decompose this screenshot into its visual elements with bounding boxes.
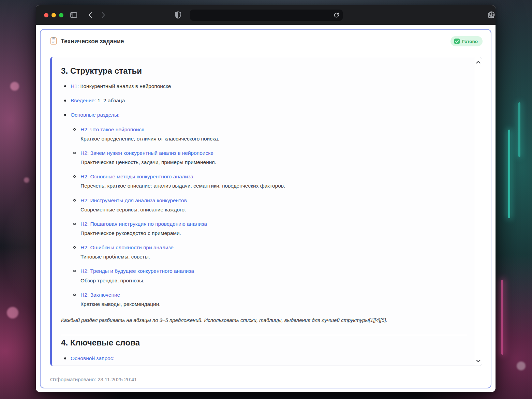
- divider: [61, 335, 467, 335]
- h2-heading: H2: Инструменты для анализа конкурентов: [80, 197, 467, 204]
- scroll-down-icon[interactable]: [476, 358, 481, 364]
- bullet-dot: [64, 114, 66, 116]
- h2-heading: H2: Основные методы конкурентного анализ…: [80, 173, 467, 180]
- h2-description: Типовые проблемы, советы.: [80, 253, 467, 260]
- browser-window: Техническое задание Готово 3. Структура …: [36, 5, 496, 392]
- list-item-label: Введение:: [71, 98, 96, 103]
- h2-description: Перечень, краткое описание: анализ выдач…: [80, 182, 467, 189]
- document-content: 3. Структура статьи H1: Конкурентный ана…: [52, 57, 474, 366]
- list-item: Основные разделы:: [61, 112, 467, 119]
- bullet-dot: [64, 85, 66, 87]
- sub-list-item: H2: Инструменты для анализа конкурентов …: [71, 197, 467, 213]
- list-item-text: 1–2 абзаца: [98, 98, 125, 103]
- background-bokeh: [7, 307, 18, 319]
- bullet-circle: [73, 152, 76, 154]
- background-bokeh: [10, 82, 19, 91]
- bullet-circle: [73, 199, 76, 202]
- document-body-panel: 3. Структура статьи H1: Конкурентный ана…: [50, 57, 482, 366]
- window-controls: [44, 13, 63, 17]
- h2-heading: H2: Пошаговая инструкция по проведению а…: [80, 221, 467, 227]
- list-item-label: Основной запрос:: [71, 355, 115, 361]
- sub-list-item: H2: Пошаговая инструкция по проведению а…: [71, 221, 467, 237]
- section-3-title: 3. Структура статьи: [61, 66, 467, 76]
- sub-list-item: H2: Что такое нейропоиск Краткое определ…: [71, 126, 467, 142]
- list-item-label: H1:: [71, 83, 79, 89]
- section-3-sublist: H2: Что такое нейропоиск Краткое определ…: [71, 126, 467, 308]
- bullet-dot: [64, 100, 66, 102]
- h2-heading: H2: Ошибки и сложности при анализе: [80, 244, 467, 251]
- h2-description: Практическая ценность, задачи, примеры п…: [80, 159, 467, 166]
- bullet-circle: [73, 270, 76, 272]
- sidebar-icon[interactable]: [70, 11, 77, 19]
- bullet-circle: [73, 294, 76, 296]
- shield-icon[interactable]: [174, 11, 182, 19]
- document-header: Техническое задание Готово: [41, 30, 491, 53]
- status-badge: Готово: [450, 36, 483, 46]
- background-neon-bar: [518, 102, 520, 157]
- list-item: Введение: 1–2 абзаца: [61, 97, 467, 104]
- note-italic: Каждый раздел разбивать на абзацы по 3–5…: [61, 316, 467, 324]
- formatted-timestamp: Отформатировано: 23.11.2025 20:41: [50, 376, 137, 382]
- browser-titlebar: [36, 5, 496, 25]
- h2-heading: H2: Заключение: [80, 292, 467, 298]
- bullet-circle: [73, 246, 76, 249]
- bullet-circle: [73, 223, 76, 225]
- page-title: Техническое задание: [61, 38, 124, 45]
- document-card: Техническое задание Готово 3. Структура …: [40, 29, 491, 388]
- section-3-list: H1: Конкурентный анализ в нейропоиске Вв…: [61, 83, 467, 119]
- close-window-button[interactable]: [44, 13, 48, 17]
- forward-icon[interactable]: [99, 11, 107, 19]
- check-icon: [454, 39, 460, 44]
- list-item: Основной запрос: В первом абзаце и один …: [61, 355, 467, 366]
- minimize-window-button[interactable]: [51, 13, 56, 17]
- sub-list-item: H2: Основные методы конкурентного анализ…: [71, 173, 467, 189]
- h2-heading: H2: Тренды и будущее конкурентного анали…: [80, 268, 467, 275]
- h2-description: Краткие выводы, рекомендации.: [80, 301, 467, 308]
- list-item-description: В первом абзаце и один раз по тексту[1][…: [71, 365, 467, 366]
- list-item: H1: Конкурентный анализ в нейропоиске: [61, 83, 467, 90]
- h2-description: Современные сервисы, описание каждого.: [80, 206, 467, 213]
- h2-description: Краткое определение, отличия от классиче…: [80, 135, 467, 142]
- section-4-title: 4. Ключевые слова: [61, 338, 467, 348]
- back-icon[interactable]: [87, 11, 94, 19]
- zoom-window-button[interactable]: [59, 13, 63, 17]
- sub-list-item: H2: Заключение Краткие выводы, рекоменда…: [71, 292, 467, 308]
- web-page: Техническое задание Готово 3. Структура …: [36, 25, 496, 392]
- vertical-scrollbar[interactable]: [474, 57, 482, 366]
- background-bokeh: [517, 361, 526, 370]
- list-item-text: Конкурентный анализ в нейропоиске: [80, 83, 171, 89]
- h2-description: Обзор трендов, прогнозы.: [80, 277, 467, 284]
- h2-heading: H2: Зачем нужен конкурентный анализ в не…: [80, 150, 467, 157]
- desktop: { "browser": { "toolbar": { "address_val…: [0, 0, 532, 399]
- list-item-label: Основные разделы:: [71, 112, 119, 118]
- address-bar[interactable]: [190, 10, 343, 21]
- bullet-dot: [64, 357, 66, 359]
- sub-list-item: H2: Зачем нужен конкурентный анализ в не…: [71, 150, 467, 166]
- scroll-up-icon[interactable]: [476, 59, 481, 65]
- tab-overview-icon[interactable]: [487, 11, 495, 19]
- reload-icon[interactable]: [333, 12, 340, 20]
- bullet-circle: [73, 128, 76, 131]
- background-bokeh: [24, 177, 29, 183]
- h2-heading: H2: Что такое нейропоиск: [80, 126, 467, 133]
- background-neon-bar: [501, 280, 503, 355]
- h2-description: Практическое руководство с примерами.: [80, 230, 467, 237]
- section-4-list: Основной запрос: В первом абзаце и один …: [61, 355, 467, 366]
- status-badge-label: Готово: [462, 39, 478, 44]
- bullet-circle: [73, 175, 76, 178]
- sub-list-item: H2: Тренды и будущее конкурентного анали…: [71, 268, 467, 284]
- background-neon-bar: [508, 130, 510, 218]
- sub-list-item: H2: Ошибки и сложности при анализе Типов…: [71, 244, 467, 260]
- clipboard-icon: [50, 37, 57, 46]
